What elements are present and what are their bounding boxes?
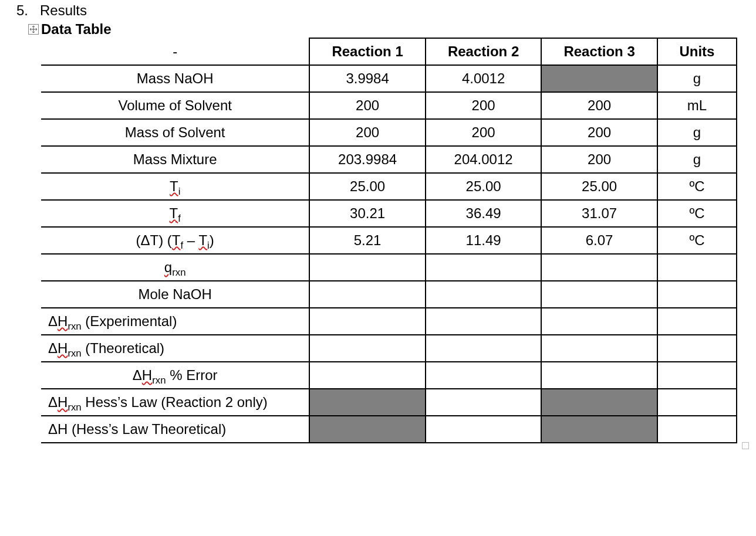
cell-units: ºC bbox=[657, 200, 737, 227]
table-row: ΔHrxn (Experimental) bbox=[41, 308, 737, 335]
table-row: ΔHrxn Hess’s Law (Reaction 2 only) bbox=[41, 389, 737, 416]
row-label: ΔH (Hess’s Law Theoretical) bbox=[41, 416, 309, 443]
cell-reaction-1: 5.21 bbox=[309, 227, 426, 254]
row-label: qrxn bbox=[41, 254, 309, 281]
section-title: Results bbox=[40, 2, 87, 19]
data-table: - Reaction 1 Reaction 2 Reaction 3 Units… bbox=[41, 38, 737, 443]
table-row: (ΔT) (Tf – Ti)5.2111.496.07ºC bbox=[41, 227, 737, 254]
cell-reaction-3: 200 bbox=[541, 146, 657, 173]
cell-reaction-2 bbox=[426, 389, 542, 416]
table-row: Mole NaOH bbox=[41, 281, 737, 308]
list-number: 5. bbox=[14, 2, 28, 19]
row-label: ΔHrxn (Experimental) bbox=[41, 308, 309, 335]
cell-reaction-1: 25.00 bbox=[309, 173, 426, 200]
cell-reaction-2: 200 bbox=[426, 92, 542, 119]
table-row: ΔHrxn % Error bbox=[41, 362, 737, 389]
cell-reaction-1: 30.21 bbox=[309, 200, 426, 227]
cell-reaction-1 bbox=[309, 362, 426, 389]
cell-reaction-1 bbox=[309, 281, 426, 308]
cell-reaction-3 bbox=[541, 254, 657, 281]
table-resize-handle-icon[interactable] bbox=[742, 442, 749, 449]
row-label: Mass Mixture bbox=[41, 146, 309, 173]
table-move-handle-icon[interactable] bbox=[28, 24, 39, 35]
cell-units bbox=[657, 362, 737, 389]
table-title: Data Table bbox=[41, 21, 112, 38]
header-blank: - bbox=[41, 38, 309, 65]
cell-reaction-3: 200 bbox=[541, 92, 657, 119]
cell-reaction-2 bbox=[426, 308, 542, 335]
cell-reaction-2: 204.0012 bbox=[426, 146, 542, 173]
cell-reaction-2: 25.00 bbox=[426, 173, 542, 200]
cell-reaction-3 bbox=[541, 335, 657, 362]
cell-units bbox=[657, 308, 737, 335]
row-label: ΔHrxn % Error bbox=[41, 362, 309, 389]
table-row: Tf30.2136.4931.07ºC bbox=[41, 200, 737, 227]
cell-units bbox=[657, 335, 737, 362]
cell-reaction-1 bbox=[309, 389, 426, 416]
section-heading: 5. Results bbox=[14, 2, 742, 19]
cell-units: ºC bbox=[657, 227, 737, 254]
table-row: Mass NaOH3.99844.0012g bbox=[41, 65, 737, 92]
row-label: ΔHrxn (Theoretical) bbox=[41, 335, 309, 362]
header-reaction-1: Reaction 1 bbox=[309, 38, 426, 65]
cell-reaction-2 bbox=[426, 335, 542, 362]
cell-reaction-2: 36.49 bbox=[426, 200, 542, 227]
cell-reaction-1 bbox=[309, 254, 426, 281]
header-reaction-3: Reaction 3 bbox=[541, 38, 657, 65]
table-header-row: - Reaction 1 Reaction 2 Reaction 3 Units bbox=[41, 38, 737, 65]
cell-reaction-3: 31.07 bbox=[541, 200, 657, 227]
cell-reaction-3: 25.00 bbox=[541, 173, 657, 200]
cell-reaction-2 bbox=[426, 416, 542, 443]
table-row: Mass Mixture203.9984204.0012200g bbox=[41, 146, 737, 173]
cell-reaction-2: 11.49 bbox=[426, 227, 542, 254]
row-label: Mole NaOH bbox=[41, 281, 309, 308]
row-label: Mass of Solvent bbox=[41, 119, 309, 146]
cell-units: g bbox=[657, 119, 737, 146]
cell-units bbox=[657, 281, 737, 308]
row-label: (ΔT) (Tf – Ti) bbox=[41, 227, 309, 254]
cell-reaction-1: 200 bbox=[309, 92, 426, 119]
cell-units: mL bbox=[657, 92, 737, 119]
row-label: Tf bbox=[41, 200, 309, 227]
cell-reaction-3 bbox=[541, 362, 657, 389]
cell-reaction-3: 6.07 bbox=[541, 227, 657, 254]
cell-reaction-1: 203.9984 bbox=[309, 146, 426, 173]
row-label: Ti bbox=[41, 173, 309, 200]
cell-reaction-1 bbox=[309, 308, 426, 335]
header-units: Units bbox=[657, 38, 737, 65]
cell-units bbox=[657, 389, 737, 416]
cell-reaction-1: 3.9984 bbox=[309, 65, 426, 92]
cell-units: ºC bbox=[657, 173, 737, 200]
cell-units: g bbox=[657, 146, 737, 173]
cell-units bbox=[657, 254, 737, 281]
table-row: Ti25.0025.0025.00ºC bbox=[41, 173, 737, 200]
cell-reaction-3 bbox=[541, 389, 657, 416]
cell-reaction-2 bbox=[426, 281, 542, 308]
table-row: ΔHrxn (Theoretical) bbox=[41, 335, 737, 362]
cell-reaction-2 bbox=[426, 362, 542, 389]
row-label: Mass NaOH bbox=[41, 65, 309, 92]
cell-reaction-2: 200 bbox=[426, 119, 542, 146]
cell-reaction-2: 4.0012 bbox=[426, 65, 542, 92]
cell-reaction-3: 200 bbox=[541, 119, 657, 146]
table-row: ΔH (Hess’s Law Theoretical) bbox=[41, 416, 737, 443]
table-row: Mass of Solvent200200200g bbox=[41, 119, 737, 146]
table-row: qrxn bbox=[41, 254, 737, 281]
cell-units: g bbox=[657, 65, 737, 92]
cell-units bbox=[657, 416, 737, 443]
cell-reaction-3 bbox=[541, 65, 657, 92]
cell-reaction-3 bbox=[541, 308, 657, 335]
cell-reaction-1 bbox=[309, 416, 426, 443]
row-label: ΔHrxn Hess’s Law (Reaction 2 only) bbox=[41, 389, 309, 416]
cell-reaction-3 bbox=[541, 281, 657, 308]
cell-reaction-1: 200 bbox=[309, 119, 426, 146]
subheading-row: Data Table bbox=[28, 21, 742, 38]
row-label: Volume of Solvent bbox=[41, 92, 309, 119]
cell-reaction-3 bbox=[541, 416, 657, 443]
cell-reaction-2 bbox=[426, 254, 542, 281]
cell-reaction-1 bbox=[309, 335, 426, 362]
table-row: Volume of Solvent200200200mL bbox=[41, 92, 737, 119]
header-reaction-2: Reaction 2 bbox=[426, 38, 542, 65]
